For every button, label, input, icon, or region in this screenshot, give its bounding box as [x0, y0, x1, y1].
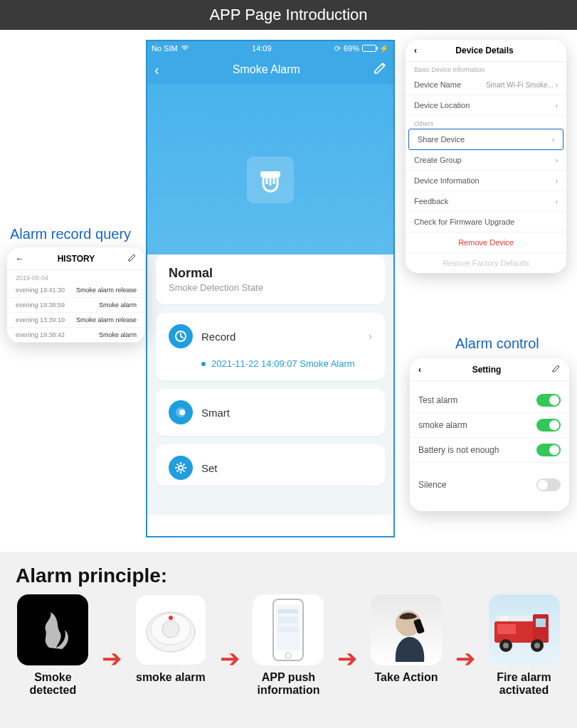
- svg-rect-22: [536, 619, 546, 627]
- settings-row[interactable]: Battery is not enough: [410, 438, 569, 463]
- wifi-icon: [181, 44, 189, 53]
- status-card: Normal Smoke Detection State: [156, 255, 385, 304]
- restore-label: Restore Factory Defaults: [443, 259, 529, 267]
- person-image: [371, 594, 442, 665]
- firetruck-image: 19: [489, 594, 560, 665]
- battery-text: 69%: [344, 44, 359, 53]
- svg-rect-17: [278, 626, 298, 632]
- step-label: Fire alarm activated: [482, 671, 567, 697]
- step-smoke-alarm: smoke alarm: [128, 594, 213, 684]
- history-row: evening 13:39:10Smoke alarm release: [7, 313, 145, 328]
- history-header: ← HISTORY: [7, 247, 145, 270]
- battery-icon: [362, 45, 376, 52]
- clock-text: 14:09: [252, 44, 272, 53]
- svg-rect-15: [278, 609, 298, 614]
- settings-row[interactable]: Test alarm: [410, 388, 569, 413]
- cards-container: Normal Smoke Detection State Record › 20…: [147, 255, 393, 515]
- settings-item-label: smoke alarm: [418, 420, 467, 430]
- status-title: Normal: [169, 266, 372, 281]
- share-device-label: Share Device: [418, 135, 465, 144]
- edit-icon[interactable]: [128, 253, 137, 264]
- settings-header: ‹ Setting: [410, 358, 569, 381]
- device-details-header: ‹ Device Details: [406, 40, 566, 62]
- step-smoke-detected: Smoke detected: [10, 594, 95, 697]
- settings-title: Setting: [472, 365, 502, 375]
- svg-text:19: 19: [500, 615, 509, 623]
- step-label: APP push information: [245, 671, 331, 697]
- device-details-panel: ‹ Device Details Basic Device Informatio…: [406, 40, 566, 273]
- step-label: smoke alarm: [128, 671, 213, 684]
- toggle-switch[interactable]: [536, 419, 561, 432]
- row-restore[interactable]: Restore Factory Defaults: [406, 253, 566, 273]
- row-create-group[interactable]: Create Group ›: [406, 150, 566, 171]
- smart-label: Smart: [201, 407, 372, 419]
- chevron-right-icon: ›: [369, 330, 372, 343]
- toggle-switch[interactable]: [536, 444, 561, 456]
- history-date: 2019-05-04: [7, 270, 145, 283]
- callout-alarm-control: Alarm control: [455, 336, 539, 352]
- edit-icon[interactable]: [374, 62, 386, 77]
- back-icon[interactable]: ←: [16, 254, 24, 264]
- svg-point-10: [162, 621, 179, 638]
- charging-icon: ⚡: [379, 44, 389, 53]
- back-icon[interactable]: ‹: [418, 365, 421, 375]
- svg-point-11: [169, 616, 173, 620]
- set-card[interactable]: Set: [156, 444, 385, 486]
- device-name-value: Smart Wi-Fi Smoke...: [486, 81, 554, 89]
- smart-card[interactable]: Smart: [156, 389, 385, 436]
- device-location-label: Device Location: [414, 101, 470, 109]
- record-entry: 2021-11-22 14:09:07 Smoke Alarm: [201, 358, 372, 369]
- record-label: Record: [201, 331, 360, 343]
- arrow-icon: ➔: [102, 644, 122, 673]
- callout-alarm-record: Alarm record query: [10, 226, 131, 242]
- smoke-sensor-icon: [247, 156, 294, 203]
- history-title: HISTORY: [58, 254, 95, 264]
- toggle-switch[interactable]: [536, 394, 561, 407]
- row-firmware[interactable]: Check for Firmware Upgrade: [406, 212, 566, 232]
- row-feedback[interactable]: Feedback ›: [406, 191, 566, 212]
- step-app-push: APP push information: [245, 594, 331, 697]
- create-group-label: Create Group: [414, 156, 462, 164]
- row-device-name[interactable]: Device Name Smart Wi-Fi Smoke... ›: [406, 75, 566, 95]
- set-label: Set: [201, 462, 372, 474]
- firmware-label: Check for Firmware Upgrade: [414, 218, 514, 226]
- history-row: evening 19:38:42Smoke alarm: [7, 328, 145, 343]
- arrow-icon: ➔: [337, 644, 357, 673]
- smoke-image: [17, 594, 88, 665]
- row-share-device[interactable]: Share Device ›: [408, 129, 563, 150]
- detector-image: [135, 594, 206, 665]
- row-device-info[interactable]: Device Information ›: [406, 171, 566, 191]
- step-label: Smoke detected: [10, 671, 95, 697]
- page-title: APP Page Introduction: [0, 0, 577, 30]
- hero-area: [147, 84, 393, 276]
- settings-item-label: Battery is not enough: [418, 445, 499, 455]
- clock-icon: [169, 324, 193, 348]
- phone-image: [253, 594, 324, 665]
- arrow-icon: ➔: [220, 644, 240, 673]
- settings-item-label: Test alarm: [418, 395, 457, 405]
- svg-point-7: [179, 466, 183, 470]
- row-device-location[interactable]: Device Location ›: [406, 95, 566, 116]
- edit-icon[interactable]: [552, 364, 561, 375]
- carrier-text: No SIM: [152, 44, 178, 53]
- section-others: Others: [406, 116, 566, 129]
- settings-row[interactable]: smoke alarm: [410, 413, 569, 438]
- step-fire-alarm: 19 Fire alarm activated: [482, 594, 567, 697]
- toggle-switch[interactable]: [536, 478, 561, 491]
- device-name-label: Device Name: [414, 80, 461, 89]
- record-entry-text: 2021-11-22 14:09:07 Smoke Alarm: [211, 358, 355, 369]
- step-label: Take Action: [364, 671, 449, 684]
- row-remove-device[interactable]: Remove Device: [406, 232, 566, 253]
- settings-item-label: Silence: [418, 480, 446, 490]
- gear-icon: [169, 456, 193, 480]
- bullet-icon: [201, 362, 206, 366]
- app-header: ‹ Smoke Alarm: [147, 55, 393, 84]
- svg-point-25: [503, 643, 509, 648]
- back-icon[interactable]: ‹: [154, 62, 159, 78]
- svg-point-6: [179, 410, 185, 415]
- record-card[interactable]: Record › 2021-11-22 14:09:07 Smoke Alarm: [156, 313, 385, 380]
- settings-row[interactable]: Silence: [410, 473, 569, 497]
- section-basic: Basic Device Information: [406, 62, 566, 75]
- smart-icon: [169, 400, 193, 424]
- back-icon[interactable]: ‹: [414, 46, 417, 55]
